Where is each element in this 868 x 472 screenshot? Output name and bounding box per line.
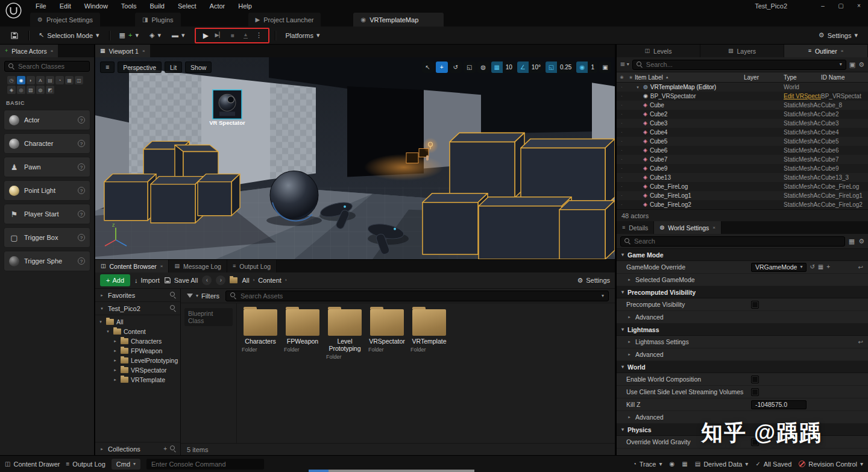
revision-control-button[interactable]: Revision Control ▾ [799,461,863,468]
tab-viewport-1[interactable]: ▦ Viewport 1 × [95,45,150,57]
category-shapes-icon[interactable]: A [36,76,45,84]
tab-content-browser[interactable]: ◫ Content Browser × [95,260,169,272]
category-recently-placed-icon[interactable]: ◷ [7,76,16,84]
select-tool-button[interactable]: ↖ [422,61,434,73]
import-button[interactable]: ↓ Import [134,277,160,284]
place-actor-item-player-start[interactable]: ⚑ Player Start ? [4,204,90,224]
use-selected-icon[interactable]: ↺ [810,264,814,270]
help-badge[interactable]: ? [78,187,85,194]
viewport-options-button[interactable]: ≡ [100,61,115,73]
menu-file[interactable]: File [29,0,53,11]
project-header[interactable]: ▾ Test_Pico2 [95,302,180,315]
tab-message-log[interactable]: ▤ Message Log [169,260,227,272]
outliner-row-cube-firelog2[interactable]: · ◈Cube_FireLog2 StaticMeshAcCube_FireLo… [617,200,868,209]
eye-icon[interactable]: · [617,103,627,107]
help-badge[interactable]: ? [78,140,85,147]
help-badge[interactable]: ? [78,163,85,171]
content-browser-settings-button[interactable]: ⚙ Settings [577,277,610,284]
category-all-classes-icon[interactable]: ◈ [7,86,16,94]
reset-to-default-icon[interactable]: ↩ [858,264,863,271]
viewport-3d-view[interactable]: VR Spectator Z ≡ Perspective Lit Show ↖ … [95,57,615,259]
tree-item-content[interactable]: ▾ Content [95,327,180,336]
play-button[interactable]: ▶ [200,30,212,42]
eye-icon[interactable]: · [617,175,627,180]
world-local-toggle-button[interactable]: ◍ [477,61,489,73]
kill-z-input[interactable]: -1048575.0 [751,400,807,409]
rotation-snap-control[interactable]: ∠ 10° [517,61,544,73]
outliner-row-cube-firelog1[interactable]: · ◈Cube_FireLog1 StaticMeshAcCube_FireLo… [617,191,868,200]
tree-item-levelprototyping[interactable]: ▸ LevelPrototyping [95,356,180,365]
chevron-down-icon[interactable]: ▾ [602,294,604,298]
unreal-engine-logo-icon[interactable] [5,2,22,20]
outliner-row-cube2[interactable]: · ◈Cube2 StaticMeshAcCube2 [617,110,868,119]
place-actor-item-trigger-sphere[interactable]: Trigger Sphe ? [4,251,90,271]
tab-layers[interactable]: ▧ Layers [700,45,784,57]
save-button[interactable] [6,29,23,42]
category-cinematic-icon[interactable]: ▤ [46,76,54,84]
outliner-row-cube-firelog[interactable]: · ◈Cube_FireLog StaticMeshAcCube_FireLog [617,182,868,191]
content-drawer-button[interactable]: ◫ Content Drawer [5,461,60,468]
tab-vrtemplatemap[interactable]: ◉ VRTemplateMap [353,13,444,27]
outliner-row-cube5[interactable]: · ◈Cube5 StaticMeshAcCube5 [617,137,868,146]
help-badge[interactable]: ? [78,210,85,218]
camera-speed-control[interactable]: ◉ 1 [576,61,597,73]
category-grid-icon[interactable]: ◩ [46,86,54,94]
tree-item-vrtemplate[interactable]: ▸ VRTemplate [95,375,180,385]
new-asset-icon[interactable]: + [826,264,830,270]
filters-button[interactable]: ▾ Filters [187,292,219,300]
screenshot-button[interactable]: ◉ [670,461,675,467]
outliner-row-cube13[interactable]: · ◈Cube13 StaticMeshAcCube13_3 [617,173,868,182]
asset-folder-levelprototyping[interactable]: Level Prototyping Folder [326,309,363,360]
insights-button[interactable]: ▦ [682,461,687,467]
outliner-row-cube9[interactable]: · ◈Cube9 StaticMeshAcCube9 [617,164,868,173]
chevron-down-icon[interactable]: ▾ [635,85,641,90]
tab-levels[interactable]: ◫ Levels [617,45,700,57]
asset-folder-characters[interactable]: Characters Folder [242,309,279,360]
all-saved-indicator[interactable]: ✓ All Saved [755,461,791,468]
eye-icon[interactable]: · [617,130,627,134]
property-lightmass-settings[interactable]: ▸Lightmass Settings ↩ [617,336,868,348]
tab-plugins[interactable]: ◨ Plugins [135,13,181,27]
breadcrumb-content[interactable]: Content [258,277,281,284]
console-type-dropdown[interactable]: Cmd ▾ [112,459,140,470]
show-dropdown[interactable]: Show [185,61,212,73]
search-icon[interactable] [170,445,177,452]
settings-button[interactable]: ⚙ Settings ▾ [814,29,862,42]
output-log-button[interactable]: ≡ Output Log [66,461,105,468]
enable-world-composition-checkbox[interactable] [751,376,759,383]
menu-window[interactable]: Window [78,0,115,11]
menu-edit[interactable]: Edit [53,0,78,11]
menu-help[interactable]: Help [231,0,259,11]
outliner-filter-button[interactable]: ≡ ▾ [620,60,629,68]
place-actor-item-actor[interactable]: Actor ? [4,110,90,130]
client-side-streaming-checkbox[interactable] [751,388,759,396]
edit-blueprint-link[interactable]: Edit VRSpecta [784,93,821,99]
details-settings-button[interactable]: ⚙ [858,238,864,245]
trace-button[interactable]: ◔ Trace ▾ [633,461,662,468]
tab-outliner[interactable]: ≡ Outliner × [784,45,868,57]
save-all-button[interactable]: Save All [164,277,198,284]
eject-button[interactable]: ▲ [239,30,251,42]
precompute-visibility-checkbox[interactable] [751,301,759,309]
eye-icon[interactable]: · [617,194,627,198]
outliner-search-input[interactable] [646,61,837,68]
eye-icon[interactable]: · [617,112,627,116]
add-actor-button[interactable]: ▦ + ▾ [115,29,143,42]
search-classes-input[interactable] [18,63,86,70]
rotate-tool-button[interactable]: ↺ [450,61,462,73]
search-icon[interactable] [170,292,177,298]
outliner-snapshot-button[interactable]: ▣ [849,61,855,68]
console-command-input[interactable] [151,461,259,468]
eye-icon[interactable]: · [617,94,627,98]
scale-tool-button[interactable]: ◱ [464,61,476,73]
section-game-mode[interactable]: ▾ Game Mode [617,249,868,261]
tab-world-settings[interactable]: ◍ World Settings × [654,221,722,234]
blueprints-button[interactable]: ◈ ▾ [145,29,165,42]
menu-actor[interactable]: Actor [203,0,232,11]
search-assets-input[interactable] [241,292,598,300]
close-icon[interactable]: × [142,48,145,54]
asset-folder-vrtemplate[interactable]: VRTemplate Folder [410,309,448,360]
skip-to-button[interactable]: ▶▏ [213,30,225,42]
tab-project-launcher[interactable]: ▶ Project Launcher [248,13,321,27]
favorites-header[interactable]: ▸ Favorites [95,289,180,302]
